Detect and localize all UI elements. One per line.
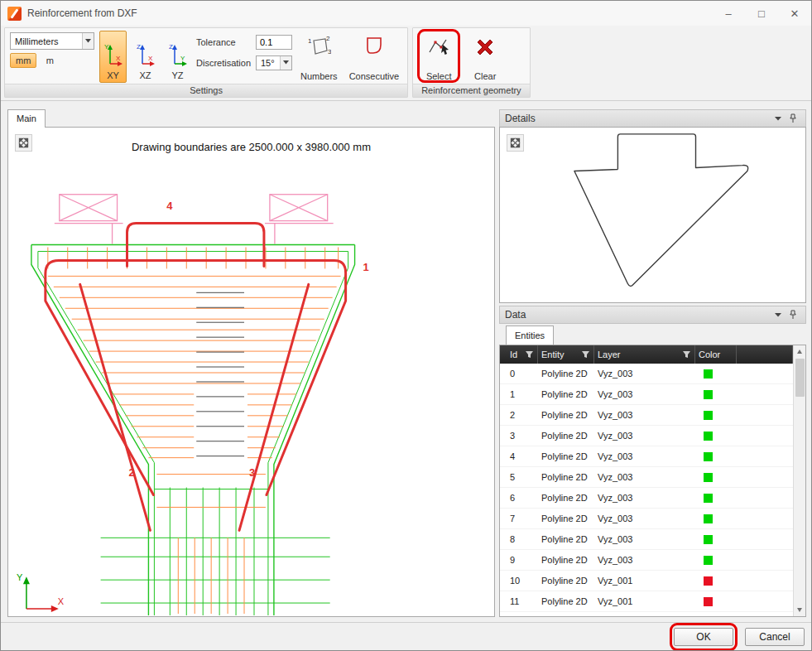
filter-funnel-icon[interactable]: [581, 350, 590, 359]
color-swatch: [704, 514, 713, 523]
tolerance-input[interactable]: [256, 35, 292, 50]
cell-color: [695, 410, 737, 421]
cell-color: [695, 534, 737, 545]
maximize-button[interactable]: □: [745, 1, 778, 26]
table-row[interactable]: 7 Polyline 2D Vyz_003: [500, 509, 793, 529]
centerline-dashes: [196, 292, 244, 456]
table-row[interactable]: 1 Polyline 2D Vyz_003: [500, 384, 793, 405]
color-swatch: [704, 369, 713, 379]
bar-number-labels: 1 2 3 4: [129, 200, 369, 479]
cell-layer: Vyz_003: [594, 472, 695, 482]
stirrup-lines: [48, 248, 341, 614]
color-swatch: [704, 494, 713, 503]
entities-table-body: 0 Polyline 2D Vyz_003 1 Polyline 2D Vyz_…: [500, 364, 793, 616]
column-header-entity[interactable]: Entity: [538, 345, 594, 364]
scrollbar-thumb[interactable]: [795, 359, 805, 397]
table-row[interactable]: 4 Polyline 2D Vyz_003: [500, 446, 793, 467]
entities-table-header: Id Entity Layer Color: [500, 345, 793, 364]
drawing-canvas[interactable]: Drawing boundaries are 2500.000 x 3980.0…: [7, 127, 495, 617]
xy-axes-icon: Y X: [103, 41, 123, 70]
units-dropdown[interactable]: Millimeters: [10, 32, 94, 50]
cell-layer: Vyz_003: [594, 534, 695, 544]
select-button[interactable]: Select: [418, 31, 459, 83]
color-swatch: [704, 576, 713, 586]
cell-entity: Polyline 2D: [538, 514, 594, 523]
filter-funnel-icon[interactable]: [682, 350, 691, 359]
table-row[interactable]: 8 Polyline 2D Vyz_003: [500, 529, 793, 550]
cell-layer: Vyz_003: [594, 389, 695, 399]
select-label: Select: [426, 71, 452, 81]
table-row[interactable]: 11 Polyline 2D Vyz_001: [500, 591, 793, 612]
tab-main[interactable]: Main: [7, 109, 46, 128]
svg-text:3: 3: [328, 48, 331, 55]
table-row[interactable]: 3 Polyline 2D Vyz_003: [500, 426, 793, 446]
discretisation-row: Discretisation 15°: [196, 55, 292, 70]
window-controls: – □ ✕: [712, 1, 811, 26]
table-row[interactable]: 6 Polyline 2D Vyz_003: [500, 488, 793, 509]
tolerance-label: Tolerance: [196, 37, 251, 47]
cell-entity: Polyline 2D: [538, 493, 594, 503]
unit-m-button[interactable]: m: [39, 53, 60, 68]
consecutive-button[interactable]: Consecutive: [346, 31, 403, 83]
color-swatch: [704, 452, 713, 461]
units-dropdown-value: Millimeters: [11, 33, 82, 49]
table-row[interactable]: 0 Polyline 2D Vyz_003: [500, 364, 793, 384]
cell-entity: Polyline 2D: [538, 389, 594, 399]
svg-text:Z: Z: [169, 43, 173, 51]
discretisation-value: 15°: [257, 56, 280, 70]
details-collapse-chevron-icon[interactable]: [771, 112, 786, 125]
cell-entity: Polyline 2D: [538, 410, 594, 420]
ribbon: Millimeters mm m: [1, 26, 811, 101]
data-collapse-chevron-icon[interactable]: [771, 308, 786, 321]
scroll-up-arrow[interactable]: [794, 345, 805, 358]
plane-yz-label: YZ: [171, 70, 183, 80]
cell-color: [695, 451, 737, 462]
column-header-id[interactable]: Id: [507, 345, 538, 364]
table-row[interactable]: 2 Polyline 2D Vyz_003: [500, 405, 793, 426]
cell-entity: Polyline 2D: [538, 369, 594, 379]
cancel-button[interactable]: Cancel: [745, 628, 805, 646]
tolerance-row: Tolerance: [196, 34, 292, 50]
plane-yz-button[interactable]: Z Y YZ: [164, 31, 191, 83]
numbers-button[interactable]: 1 2 3 Numbers: [297, 31, 341, 83]
color-swatch: [704, 473, 713, 482]
discretisation-dropdown[interactable]: 15°: [256, 55, 292, 70]
minimize-button[interactable]: –: [712, 1, 745, 26]
cell-entity: Polyline 2D: [538, 472, 594, 482]
cell-color: [695, 389, 737, 400]
plane-xy-button[interactable]: Y X XY: [99, 31, 127, 83]
cell-layer: Vyz_003: [594, 514, 695, 523]
details-fit-view-button[interactable]: [507, 134, 524, 152]
column-header-layer[interactable]: Layer: [594, 345, 695, 364]
column-header-color[interactable]: Color: [695, 345, 737, 364]
reinforcement-bars: [46, 224, 346, 531]
table-row[interactable]: 9 Polyline 2D Vyz_003: [500, 550, 793, 571]
cell-layer: Vyz_003: [594, 410, 695, 420]
data-pin-icon[interactable]: [786, 308, 800, 321]
svg-text:2: 2: [326, 35, 330, 42]
scroll-down-arrow[interactable]: [794, 604, 805, 616]
filter-funnel-icon[interactable]: [525, 350, 534, 359]
cell-color: [695, 472, 737, 483]
clear-button[interactable]: Clear: [464, 31, 506, 83]
plane-xz-button[interactable]: Z X XZ: [132, 31, 159, 83]
axis-indicator: Y X: [17, 572, 65, 612]
table-scrollbar[interactable]: [793, 345, 805, 616]
cell-entity: Polyline 2D: [538, 576, 594, 586]
cell-color: [695, 555, 737, 566]
chevron-down-icon[interactable]: [280, 56, 291, 70]
cell-id: 1: [507, 389, 538, 399]
table-row[interactable]: 5 Polyline 2D Vyz_003: [500, 467, 793, 488]
plane-xy-label: XY: [107, 70, 119, 80]
yz-axes-icon: Z Y: [168, 41, 188, 70]
details-pin-icon[interactable]: [786, 112, 800, 125]
close-button[interactable]: ✕: [778, 1, 811, 26]
table-row[interactable]: 10 Polyline 2D Vyz_001: [500, 571, 793, 591]
tab-entities[interactable]: Entities: [506, 326, 554, 345]
cell-layer: Vyz_003: [594, 369, 695, 379]
units-column: Millimeters mm m: [10, 31, 94, 83]
fit-view-button[interactable]: [15, 134, 32, 152]
ok-button[interactable]: OK: [674, 628, 733, 646]
unit-mm-button[interactable]: mm: [10, 53, 36, 68]
chevron-down-icon[interactable]: [82, 33, 94, 49]
